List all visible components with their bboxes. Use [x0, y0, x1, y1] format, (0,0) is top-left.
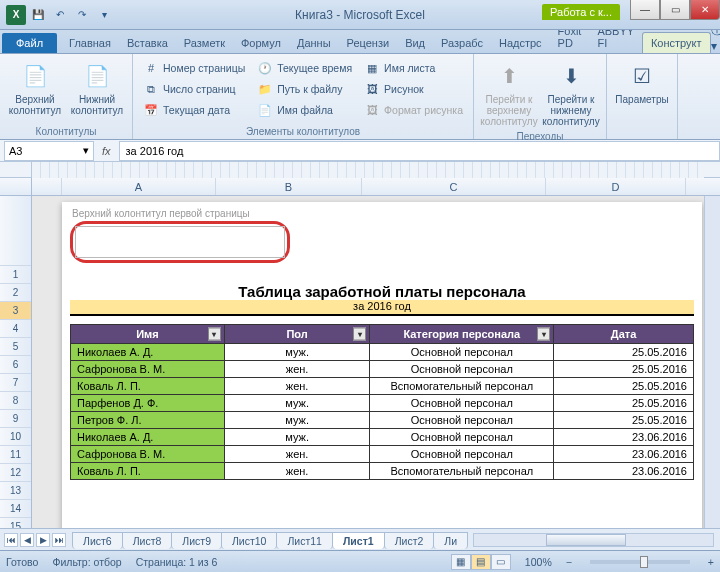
header-input-box[interactable]	[70, 221, 290, 263]
cell-name[interactable]: Коваль Л. П.	[71, 378, 225, 395]
column-header-c[interactable]: C	[362, 178, 546, 195]
row-header-13[interactable]: 13	[0, 482, 31, 500]
row-header-8[interactable]: 8	[0, 392, 31, 410]
row-header-4[interactable]: 4	[0, 320, 31, 338]
cell-name[interactable]: Николаев А. Д.	[71, 344, 225, 361]
cell-gender[interactable]: жен.	[224, 361, 370, 378]
file-name-button[interactable]: 📄Имя файла	[253, 100, 356, 120]
cell-date[interactable]: 25.05.2016	[554, 412, 694, 429]
filter-icon[interactable]: ▾	[208, 328, 221, 341]
filter-icon[interactable]: ▾	[353, 328, 366, 341]
cell-date[interactable]: 25.05.2016	[554, 378, 694, 395]
tab-data[interactable]: Данны	[289, 33, 339, 53]
th-category[interactable]: Категория персонала▾	[370, 325, 554, 344]
cell-date[interactable]: 25.05.2016	[554, 344, 694, 361]
maximize-button[interactable]: ▭	[660, 0, 690, 20]
row-header-15[interactable]: 15	[0, 518, 31, 528]
table-row[interactable]: Коваль Л. П.жен.Вспомогательный персонал…	[71, 378, 694, 395]
tab-developer[interactable]: Разрабс	[433, 33, 491, 53]
cell-name[interactable]: Парфенов Д. Ф.	[71, 395, 225, 412]
table-row[interactable]: Петров Ф. Л.муж.Основной персонал25.05.2…	[71, 412, 694, 429]
cell-gender[interactable]: муж.	[224, 429, 370, 446]
row-header-11[interactable]: 11	[0, 446, 31, 464]
table-row[interactable]: Парфенов Д. Ф.муж.Основной персонал25.05…	[71, 395, 694, 412]
name-box-dropdown-icon[interactable]: ▾	[83, 144, 89, 157]
tab-layout[interactable]: Разметк	[176, 33, 233, 53]
zoom-slider[interactable]	[590, 560, 690, 564]
sheet-page-area[interactable]: Верхний колонтитул первой страницы Табли…	[32, 196, 704, 528]
view-normal-button[interactable]: ▦	[451, 554, 471, 570]
cell-date[interactable]: 23.06.2016	[554, 463, 694, 480]
table-row[interactable]: Николаев А. Д.муж.Основной персонал25.05…	[71, 344, 694, 361]
current-date-button[interactable]: 📅Текущая дата	[139, 100, 249, 120]
header-button[interactable]: 📄 Верхний колонтитул	[6, 58, 64, 124]
sheet-tab[interactable]: Лист6	[72, 532, 123, 549]
undo-icon[interactable]: ↶	[50, 5, 70, 25]
tab-home[interactable]: Главная	[61, 33, 119, 53]
zoom-out-button[interactable]: −	[566, 556, 572, 568]
cell-date[interactable]: 23.06.2016	[554, 446, 694, 463]
row-header-3[interactable]: 3	[0, 302, 31, 320]
formula-input[interactable]	[119, 141, 720, 161]
cell-name[interactable]: Николаев А. Д.	[71, 429, 225, 446]
page-number-button[interactable]: #Номер страницы	[139, 58, 249, 78]
cell-category[interactable]: Основной персонал	[370, 412, 554, 429]
picture-button[interactable]: 🖼Рисунок	[360, 79, 467, 99]
file-path-button[interactable]: 📁Путь к файлу	[253, 79, 356, 99]
cell-gender[interactable]: жен.	[224, 446, 370, 463]
filter-icon[interactable]: ▾	[537, 328, 550, 341]
sheet-tab[interactable]: Лист8	[122, 532, 173, 549]
cell-category[interactable]: Основной персонал	[370, 429, 554, 446]
fx-icon[interactable]: fx	[94, 145, 119, 157]
cell-name[interactable]: Коваль Л. П.	[71, 463, 225, 480]
context-tool-tab[interactable]: Работа с к...	[542, 4, 620, 20]
row-header-1[interactable]: 1	[0, 266, 31, 284]
column-header-b[interactable]: B	[216, 178, 362, 195]
sheet-nav-next-icon[interactable]: ▶	[36, 533, 50, 547]
vertical-scrollbar[interactable]	[704, 196, 720, 528]
row-header-10[interactable]: 10	[0, 428, 31, 446]
cell-gender[interactable]: жен.	[224, 378, 370, 395]
page-count-button[interactable]: ⧉Число страниц	[139, 79, 249, 99]
table-row[interactable]: Сафронова В. М.жен.Основной персонал23.0…	[71, 446, 694, 463]
save-icon[interactable]: 💾	[28, 5, 48, 25]
goto-footer-button[interactable]: ⬇ Перейти к нижнему колонтитулу	[542, 58, 600, 129]
table-row[interactable]: Николаев А. Д.муж.Основной персонал23.06…	[71, 429, 694, 446]
redo-icon[interactable]: ↷	[72, 5, 92, 25]
minimize-button[interactable]: —	[630, 0, 660, 20]
tab-review[interactable]: Рецензи	[339, 33, 398, 53]
cell-category[interactable]: Основной персонал	[370, 446, 554, 463]
cell-date[interactable]: 25.05.2016	[554, 361, 694, 378]
sheet-tab[interactable]: Лист2	[384, 532, 435, 549]
row-header-7[interactable]: 7	[0, 374, 31, 392]
sheet-tab[interactable]: Лист9	[171, 532, 222, 549]
row-header-6[interactable]: 6	[0, 356, 31, 374]
zoom-level[interactable]: 100%	[525, 556, 552, 568]
select-all-button[interactable]	[0, 178, 32, 195]
qat-dropdown-icon[interactable]: ▾	[94, 5, 114, 25]
name-box[interactable]: A3 ▾	[4, 141, 94, 161]
sheet-name-button[interactable]: ▦Имя листа	[360, 58, 467, 78]
cell-name[interactable]: Петров Ф. Л.	[71, 412, 225, 429]
cell-gender[interactable]: муж.	[224, 344, 370, 361]
tab-addins[interactable]: Надстрс	[491, 33, 550, 53]
tab-insert[interactable]: Вставка	[119, 33, 176, 53]
column-header-a[interactable]: A	[62, 178, 216, 195]
scrollbar-thumb[interactable]	[546, 534, 626, 546]
options-button[interactable]: ☑ Параметры	[613, 58, 671, 124]
cell-gender[interactable]: жен.	[224, 463, 370, 480]
cell-category[interactable]: Основной персонал	[370, 361, 554, 378]
sheet-nav-prev-icon[interactable]: ◀	[20, 533, 34, 547]
sheet-tab[interactable]: Лист11	[276, 532, 333, 549]
cell-name[interactable]: Сафронова В. М.	[71, 446, 225, 463]
sheet-nav-last-icon[interactable]: ⏭	[52, 533, 66, 547]
cell-category[interactable]: Вспомогательный персонал	[370, 463, 554, 480]
horizontal-scrollbar[interactable]	[473, 533, 714, 547]
cell-category[interactable]: Основной персонал	[370, 344, 554, 361]
tab-formulas[interactable]: Формул	[233, 33, 289, 53]
table-row[interactable]: Сафронова В. М.жен.Основной персонал25.0…	[71, 361, 694, 378]
th-name[interactable]: Имя▾	[71, 325, 225, 344]
cell-name[interactable]: Сафронова В. М.	[71, 361, 225, 378]
close-button[interactable]: ✕	[690, 0, 720, 20]
tab-design[interactable]: Конструкт	[642, 32, 711, 53]
